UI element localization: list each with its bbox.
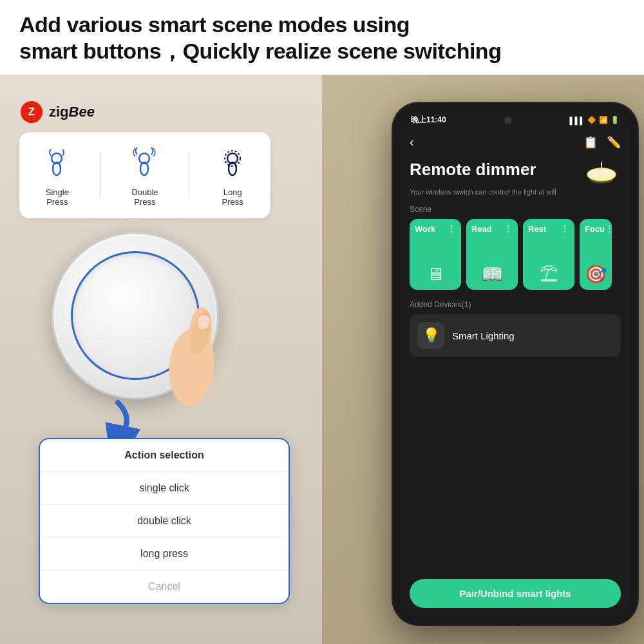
- long-press-item: Long Press: [213, 144, 252, 207]
- wifi-icon: 🔶: [587, 116, 596, 124]
- ceiling-light-icon: [582, 160, 621, 185]
- zigbee-label: zigBee: [49, 104, 95, 120]
- button-device-area: [39, 232, 245, 438]
- double-press-item: Double Press: [126, 144, 164, 207]
- action-popup: Action selection single click double cli…: [39, 438, 290, 604]
- scene-card-read[interactable]: Read ⋮ 📖: [466, 219, 518, 290]
- header-action-icons: 📋 ✏️: [583, 135, 621, 149]
- wifi-bars: 📶: [599, 116, 608, 124]
- svg-text:Z: Z: [28, 106, 35, 118]
- title-line1: Add various smart scene modes using: [19, 12, 410, 37]
- phone-outer: 晚上11:40 ▌▌▌ 🔶 📶 🔋 ‹ 📋 ✏️: [393, 103, 638, 625]
- long-press-icon: [213, 144, 252, 182]
- zigbee-area: Z zigBee: [19, 100, 95, 124]
- long-press-label: Long Press: [222, 187, 243, 207]
- added-devices-label: Added Devices(1): [410, 300, 621, 309]
- app-subtitle: Your wireless switch can control the lig…: [410, 188, 621, 196]
- device-lighting-name: Smart Lighting: [452, 330, 515, 341]
- device-card-lighting[interactable]: 💡 Smart Lighting: [410, 314, 621, 357]
- signal-icon: ▌▌▌: [570, 117, 585, 124]
- single-press-label: Single Press: [46, 187, 69, 207]
- action-popup-header: Action selection: [40, 439, 289, 472]
- svg-point-20: [590, 176, 613, 184]
- app-screen-title: Remote dimmer: [410, 160, 536, 180]
- battery-icon: 🔋: [611, 116, 620, 124]
- app-title-area: Remote dimmer: [410, 160, 621, 185]
- single-press-item: Single Press: [38, 144, 77, 207]
- scene-read-menu[interactable]: ⋮: [504, 224, 513, 233]
- double-press-label: Double Press: [131, 187, 158, 207]
- press-types-box: Single Press Double Press: [19, 132, 270, 218]
- scene-card-rest[interactable]: Rest ⋮ ⛱: [523, 219, 574, 290]
- scene-rest-menu[interactable]: ⋮: [560, 224, 569, 233]
- scene-card-work[interactable]: Work ⋮ 🖥: [410, 219, 461, 290]
- camera-notch: [504, 117, 512, 124]
- scene-read-icon: 📖: [471, 263, 513, 285]
- scene-cards-row: Work ⋮ 🖥 Read ⋮ 📖: [410, 219, 621, 290]
- scene-focus-menu[interactable]: ⋮: [605, 224, 612, 233]
- phone-mockup: 晚上11:40 ▌▌▌ 🔶 📶 🔋 ‹ 📋 ✏️: [393, 103, 638, 625]
- scene-card-focus[interactable]: Focu ⋮ 🎯: [580, 219, 612, 290]
- scene-focus-name: Focu: [585, 224, 605, 234]
- double-click-option[interactable]: double click: [40, 505, 289, 538]
- device-lighting-icon: 💡: [417, 322, 444, 349]
- scene-work-icon: 🖥: [415, 263, 456, 285]
- scene-rest-icon: ⛱: [528, 263, 569, 285]
- scene-work-name: Work: [415, 224, 435, 234]
- scene-read-name: Read: [471, 224, 492, 234]
- app-main-content: Remote dimmer Your wireless switch can c…: [401, 155, 630, 609]
- header-area: Add various smart scene modes using smar…: [0, 0, 644, 75]
- scene-work-menu[interactable]: ⋮: [447, 224, 456, 233]
- long-press-option[interactable]: long press: [40, 538, 289, 571]
- zigbee-icon: Z: [19, 100, 44, 124]
- double-press-icon: [126, 144, 164, 182]
- app-nav-header: ‹ 📋 ✏️: [401, 129, 630, 155]
- cancel-option[interactable]: Cancel: [40, 571, 289, 603]
- page-title: Add various smart scene modes using smar…: [19, 12, 625, 64]
- single-press-icon: [38, 144, 77, 182]
- divider-2: [189, 153, 189, 198]
- back-button[interactable]: ‹: [410, 135, 414, 149]
- spacer: [410, 362, 621, 413]
- status-bar: 晚上11:40 ▌▌▌ 🔶 📶 🔋: [401, 111, 630, 129]
- pair-button[interactable]: Pair/Unbind smart lights: [410, 579, 621, 608]
- scene-focus-icon: 🎯: [585, 263, 607, 285]
- scene-rest-name: Rest: [528, 224, 546, 234]
- document-icon[interactable]: 📋: [583, 135, 598, 149]
- status-time: 晚上11:40: [411, 115, 446, 126]
- phone-screen: 晚上11:40 ▌▌▌ 🔶 📶 🔋 ‹ 📋 ✏️: [401, 111, 630, 617]
- edit-icon[interactable]: ✏️: [607, 135, 621, 149]
- scene-section-label: Scene: [410, 205, 621, 214]
- divider-1: [100, 153, 101, 198]
- title-line2: smart buttons，Quickly realize scene swit…: [19, 39, 501, 63]
- single-click-option[interactable]: single click: [40, 472, 289, 505]
- status-icons: ▌▌▌ 🔶 📶 🔋: [570, 116, 620, 124]
